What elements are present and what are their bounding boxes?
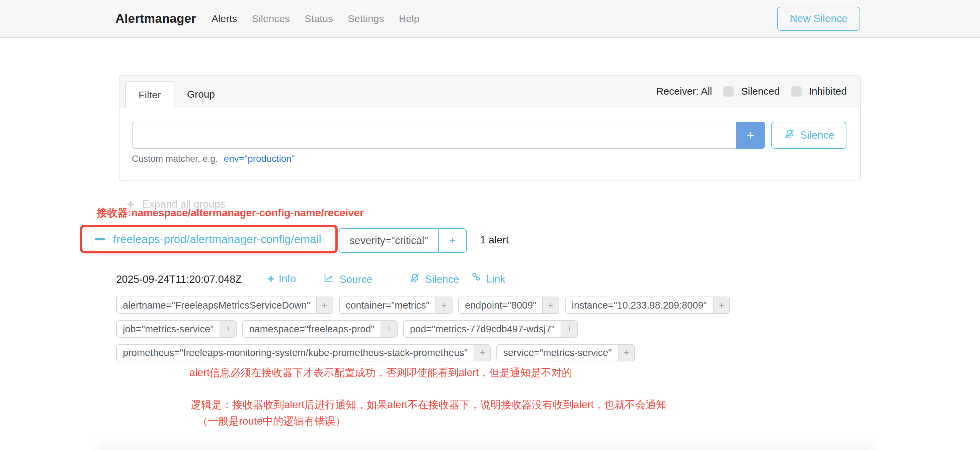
inhibited-checkbox[interactable] [791,86,802,97]
silenced-filter: Silenced [723,86,780,97]
label-add-button[interactable]: + [474,345,490,361]
label-add-button[interactable]: + [436,297,452,313]
group-matcher-text: severity="critical" [339,229,438,252]
app-brand[interactable]: Alertmanager [116,12,196,26]
tab-group[interactable]: Group [174,81,228,108]
bottom-shadow [97,433,873,450]
bell-slash-icon [409,272,421,287]
info-action-label: Info [278,273,296,285]
link-action-label: Link [486,273,505,285]
nav-item-alerts[interactable]: Alerts [212,13,237,24]
label-text: job="metrics-service" [117,321,220,337]
label-text: prometheus="freeleaps-monitoring-system/… [117,345,474,361]
nav-item-silences[interactable]: Silences [252,13,290,24]
inhibited-label: Inhibited [809,86,847,97]
alert-timestamp: 2025-09-24T11:20:07.048Z [116,274,242,285]
label-text: alertname="FreeleapsMetricsServiceDown" [117,297,316,313]
add-matcher-button[interactable]: + [737,122,765,149]
bell-slash-icon [784,128,795,143]
label-chip: prometheus="freeleaps-monitoring-system/… [116,344,491,361]
filter-panel-header: Filter Group Receiver: All Silenced Inhi… [119,76,860,108]
top-navbar: Alertmanager Alerts Silences Status Sett… [0,0,980,38]
tab-filter[interactable]: Filter [125,81,174,108]
matcher-input[interactable] [132,122,737,149]
main-nav: Alerts Silences Status Settings Help [212,13,419,24]
annotation-receiver: 接收器:namespace/altermanager-config-name/r… [97,206,364,220]
annotation-line-1: alert信息必须在接收器下才表示配置成功，否则即使能看到alert，但是通知是… [189,366,572,380]
label-chip: endpoint="8009" + [458,296,559,314]
plus-icon: + [267,272,274,285]
silence-filter-button[interactable]: Silence [771,122,846,149]
annotation-line-3: （一般是route中的逻辑有错误） [197,414,346,428]
label-text: service="metrics-service" [497,345,617,361]
chart-line-icon [323,272,335,287]
nav-item-status[interactable]: Status [305,13,333,24]
nav-item-settings[interactable]: Settings [348,13,384,24]
label-add-button[interactable]: + [316,297,333,313]
alert-count: 1 alert [480,234,509,246]
filter-options: Receiver: All Silenced Inhibited [656,75,860,108]
source-action-label: Source [339,274,372,285]
label-text: container="metrics" [340,297,436,313]
label-add-button[interactable]: + [561,321,577,337]
new-silence-button[interactable]: New Silence [777,7,860,31]
label-chip: alertname="FreeleapsMetricsServiceDown" … [116,296,333,314]
group-matcher-chip: severity="critical" + [339,228,467,253]
silence-action-label: Silence [425,274,459,285]
label-row: alertname="FreeleapsMetricsServiceDown" … [116,296,730,314]
filter-panel: Filter Group Receiver: All Silenced Inhi… [119,75,861,181]
label-add-button[interactable]: + [220,321,236,337]
label-text: namespace="freeleaps-prod" [243,321,380,337]
label-add-button[interactable]: + [542,297,558,313]
label-chip: container="metrics" + [339,296,452,314]
label-row: job="metrics-service" + namespace="freel… [116,320,578,338]
label-chip: job="metrics-service" + [116,320,237,338]
info-action[interactable]: + Info [267,272,296,285]
label-chip: namespace="freeleaps-prod" + [242,320,397,338]
silence-action[interactable]: Silence [409,272,459,287]
silence-filter-label: Silence [800,129,834,141]
collapse-group-icon[interactable] [95,238,105,240]
label-text: pod="metrics-77d9cdb497-wdsj7" [404,321,561,337]
label-chip: instance="10.233.98.209:8009" + [565,296,730,314]
label-chip: service="metrics-service" + [496,344,635,361]
annotation-line-2: 逻辑是：接收器收到alert后进行通知，如果alert不在接收器下，说明接收器没… [191,398,667,412]
label-add-button[interactable]: + [380,321,397,337]
annotation-highlight-box: freeleaps-prod/alertmanager-config/email [80,225,338,254]
alertmanager-page: Alertmanager Alerts Silences Status Sett… [0,0,980,450]
label-add-button[interactable]: + [618,345,634,361]
nav-item-help[interactable]: Help [399,13,420,24]
label-text: endpoint="8009" [459,297,542,313]
link-action[interactable]: Link [471,272,505,286]
matcher-hint: Custom matcher, e.g. env="production" [132,154,295,164]
alert-meta-row: 2025-09-24T11:20:07.048Z + Info Source [116,272,585,287]
group-receiver-link[interactable]: freeleaps-prod/alertmanager-config/email [113,233,321,246]
hint-text: Custom matcher, e.g. [132,154,218,164]
receiver-filter[interactable]: Receiver: All [656,86,712,97]
group-matcher-add-button[interactable]: + [438,229,466,252]
silenced-label: Silenced [741,86,780,97]
source-action[interactable]: Source [323,272,372,287]
label-row: prometheus="freeleaps-monitoring-system/… [116,344,635,361]
silenced-checkbox[interactable] [723,86,733,97]
hint-example-link[interactable]: env="production" [224,154,295,164]
label-add-button[interactable]: + [713,297,729,313]
inhibited-filter: Inhibited [791,86,847,97]
label-chip: pod="metrics-77d9cdb497-wdsj7" + [403,320,578,338]
chain-link-icon [471,272,482,286]
label-text: instance="10.233.98.209:8009" [566,297,713,313]
